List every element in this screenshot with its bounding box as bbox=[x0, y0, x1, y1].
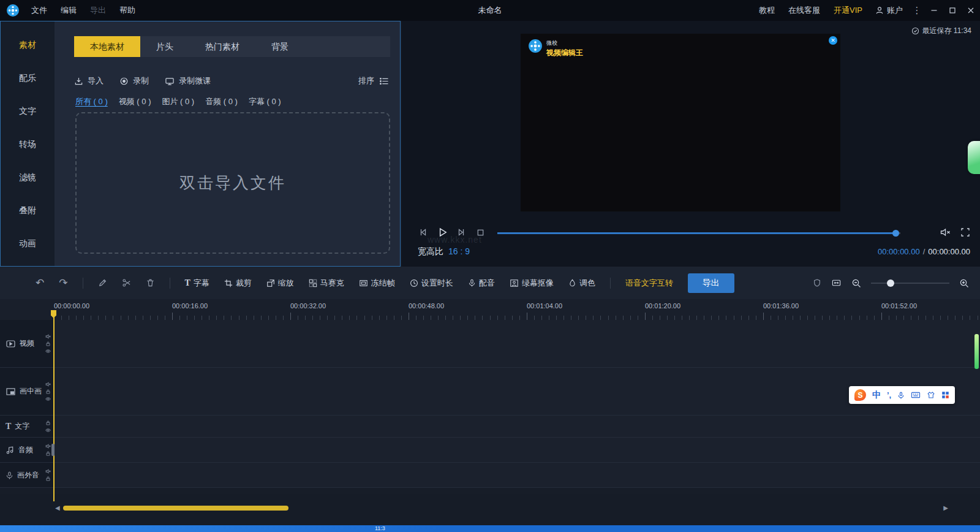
ime-logo-icon[interactable]: S bbox=[854, 389, 866, 401]
track-visibility-icon[interactable] bbox=[45, 427, 51, 433]
media-actions: 导入 录制 录制微课 排序 bbox=[74, 73, 389, 89]
sidebar-item-transition[interactable]: 转场 bbox=[1, 128, 55, 161]
tab-background[interactable]: 背景 bbox=[255, 36, 304, 57]
vip-link[interactable]: 开通VIP bbox=[827, 0, 869, 21]
filter-video[interactable]: 视频 ( 0 ) bbox=[119, 96, 151, 107]
ime-punctuation-toggle[interactable]: ’, bbox=[887, 390, 891, 400]
subtitle-tool[interactable]: T 字幕 bbox=[185, 278, 209, 289]
filter-subtitle[interactable]: 字幕 ( 0 ) bbox=[249, 96, 281, 107]
ime-language-toggle[interactable]: 中 bbox=[872, 386, 881, 404]
speech-to-text-button[interactable]: 语音文字互转 bbox=[625, 278, 673, 289]
track-lock-icon[interactable] bbox=[45, 389, 51, 394]
timeline-zoom-slider[interactable] bbox=[871, 283, 949, 284]
filter-audio[interactable]: 音频 ( 0 ) bbox=[205, 96, 238, 107]
track-mute-icon[interactable] bbox=[45, 381, 51, 387]
delete-button[interactable] bbox=[146, 278, 155, 287]
maximize-button[interactable] bbox=[943, 0, 962, 21]
ruler-tick-label: 00:01:52.00 bbox=[881, 302, 980, 310]
support-link[interactable]: 在线客服 bbox=[782, 0, 827, 21]
redo-button[interactable]: ↷ bbox=[59, 276, 67, 289]
ime-skin-icon[interactable] bbox=[927, 391, 935, 399]
color-grade-tool[interactable]: 调色 bbox=[568, 278, 595, 289]
tutorial-link[interactable]: 教程 bbox=[752, 0, 782, 21]
track-lock-icon[interactable] bbox=[45, 341, 51, 346]
next-frame-button[interactable] bbox=[457, 227, 467, 237]
divider bbox=[610, 278, 611, 289]
scroll-left-arrow[interactable]: ◀ bbox=[55, 504, 60, 511]
track-pip-lane[interactable] bbox=[54, 368, 980, 415]
zoom-out-icon[interactable] bbox=[851, 278, 861, 288]
stop-button[interactable] bbox=[476, 228, 485, 237]
sidebar-item-filter[interactable]: 滤镜 bbox=[1, 161, 55, 194]
dub-tool[interactable]: 配音 bbox=[468, 278, 495, 289]
timeline-vertical-scrollbar[interactable] bbox=[974, 334, 979, 369]
split-button[interactable] bbox=[122, 278, 131, 287]
sidebar-item-music[interactable]: 配乐 bbox=[1, 62, 55, 95]
track-lock-icon[interactable] bbox=[45, 451, 51, 457]
sidebar-item-animation[interactable]: 动画 bbox=[1, 227, 55, 260]
menu-help[interactable]: 帮助 bbox=[113, 0, 142, 21]
duration-tool[interactable]: 设置时长 bbox=[410, 278, 453, 289]
tab-local-material[interactable]: 本地素材 bbox=[74, 36, 140, 57]
sidebar-item-material[interactable]: 素材 bbox=[1, 29, 55, 62]
volume-muted-icon[interactable] bbox=[940, 227, 951, 237]
seek-handle[interactable] bbox=[892, 230, 899, 237]
scale-tool[interactable]: 缩放 bbox=[266, 278, 294, 289]
watermark-close-icon[interactable]: ✕ bbox=[829, 36, 837, 45]
track-lock-icon[interactable] bbox=[45, 420, 51, 425]
scroll-right-arrow[interactable]: ▶ bbox=[943, 504, 948, 511]
menu-edit[interactable]: 编辑 bbox=[54, 0, 83, 21]
timeline-horizontal-scrollbar[interactable] bbox=[63, 506, 288, 511]
track-mute-icon[interactable] bbox=[45, 469, 51, 474]
crop-tool[interactable]: 裁剪 bbox=[224, 278, 252, 289]
previous-frame-button[interactable] bbox=[418, 227, 428, 237]
import-button[interactable]: 导入 bbox=[74, 75, 104, 86]
track-visibility-icon[interactable] bbox=[45, 348, 51, 354]
track-scroll-handle[interactable] bbox=[51, 444, 55, 456]
ime-toolbox-icon[interactable] bbox=[941, 391, 949, 399]
ime-mic-icon[interactable] bbox=[897, 391, 905, 400]
sort-button[interactable]: 排序 bbox=[358, 75, 389, 86]
menu-file[interactable]: 文件 bbox=[24, 0, 54, 21]
seek-bar[interactable] bbox=[497, 232, 900, 234]
tab-popular[interactable]: 热门素材 bbox=[189, 36, 255, 57]
floating-side-widget[interactable] bbox=[968, 141, 980, 174]
aspect-ratio[interactable]: 宽高比16 : 9 bbox=[418, 246, 470, 257]
timeline-ruler[interactable]: 00:00:00.00 00:00:16.00 00:00:32.00 00:0… bbox=[0, 299, 980, 320]
track-mute-icon[interactable] bbox=[45, 333, 51, 339]
minimize-button[interactable] bbox=[925, 0, 943, 21]
record-lesson-button[interactable]: 录制微课 bbox=[165, 75, 211, 86]
sidebar-item-overlay[interactable]: 叠附 bbox=[1, 194, 55, 227]
filter-image[interactable]: 图片 ( 0 ) bbox=[162, 96, 194, 107]
mosaic-tool[interactable]: 马赛克 bbox=[309, 278, 344, 289]
close-button[interactable] bbox=[962, 0, 980, 21]
record-button[interactable]: 录制 bbox=[119, 75, 149, 86]
chroma-key-tool[interactable]: 绿幕抠像 bbox=[510, 278, 554, 289]
track-visibility-icon[interactable] bbox=[45, 396, 51, 401]
edit-clip-button[interactable] bbox=[98, 278, 107, 287]
track-mute-icon[interactable] bbox=[45, 444, 51, 449]
fit-timeline-icon[interactable] bbox=[831, 278, 842, 287]
account-button[interactable]: 账户 bbox=[869, 5, 909, 16]
export-button[interactable]: 导出 bbox=[688, 273, 734, 293]
undo-button[interactable]: ↶ bbox=[36, 276, 44, 289]
zoom-in-icon[interactable] bbox=[959, 278, 969, 288]
sidebar-item-text[interactable]: 文字 bbox=[1, 95, 55, 128]
zoom-slider-handle[interactable] bbox=[887, 279, 894, 287]
ime-keyboard-icon[interactable] bbox=[911, 391, 921, 399]
track-audio-lane[interactable] bbox=[54, 438, 980, 462]
track-lock-icon[interactable] bbox=[45, 476, 51, 482]
track-text-lane[interactable] bbox=[54, 416, 980, 437]
tab-intro[interactable]: 片头 bbox=[140, 36, 189, 57]
menu-export[interactable]: 导出 bbox=[83, 0, 113, 21]
fullscreen-icon[interactable] bbox=[960, 227, 970, 237]
playhead-line[interactable] bbox=[53, 310, 55, 501]
track-voiceover-lane[interactable] bbox=[54, 463, 980, 487]
play-button[interactable] bbox=[437, 227, 448, 238]
track-video-lane[interactable] bbox=[54, 320, 980, 367]
freeze-frame-tool[interactable]: 冻结帧 bbox=[359, 278, 395, 289]
more-menu-icon[interactable]: ⋮ bbox=[909, 5, 925, 16]
import-dropzone[interactable]: 双击导入文件 bbox=[75, 112, 390, 254]
filter-all[interactable]: 所有 ( 0 ) bbox=[75, 96, 108, 107]
freeze-frame-icon bbox=[359, 279, 368, 287]
